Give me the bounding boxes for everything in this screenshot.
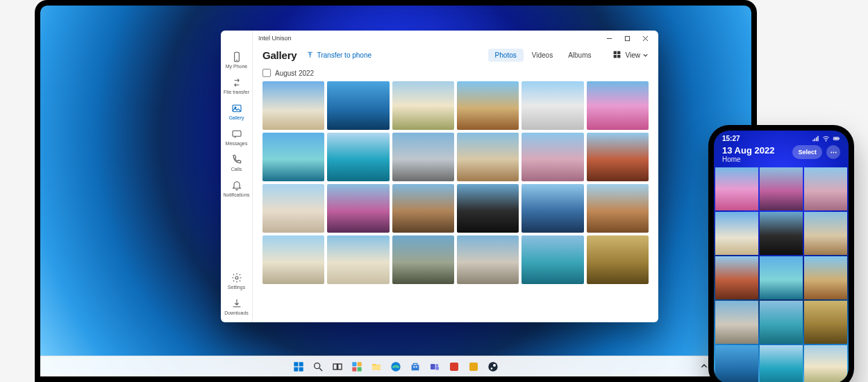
phone-photo-thumbnail[interactable]	[715, 212, 758, 255]
maximize-button[interactable]	[618, 31, 636, 46]
calls-icon	[231, 154, 242, 165]
photo-thumbnail[interactable]	[262, 184, 324, 233]
photo-thumbnail[interactable]	[587, 235, 649, 284]
photo-thumbnail[interactable]	[457, 235, 519, 284]
phone-clock: 15:27	[722, 135, 740, 142]
phone-photo-thumbnail[interactable]	[804, 212, 847, 255]
photo-thumbnail[interactable]	[262, 235, 324, 284]
nav-messages[interactable]: Messages	[223, 126, 251, 149]
photo-thumbnail[interactable]	[521, 81, 583, 130]
tray-overflow[interactable]	[700, 362, 708, 372]
photo-thumbnail[interactable]	[392, 133, 454, 181]
phone-photo-thumbnail[interactable]	[804, 256, 847, 299]
phone-photo-thumbnail[interactable]	[760, 212, 803, 255]
transfer-icon	[231, 77, 242, 88]
gallery-header: Gallery Transfer to phone Photos Videos …	[253, 46, 658, 67]
nav-gallery[interactable]: Gallery	[223, 100, 251, 123]
nav-settings[interactable]: Settings	[223, 269, 251, 292]
tab-label: Albums	[568, 51, 591, 59]
titlebar[interactable]: Intel Unison	[253, 31, 658, 46]
explorer-button[interactable]	[370, 360, 383, 373]
phone-photo-thumbnail[interactable]	[760, 167, 803, 210]
photo-thumbnail[interactable]	[521, 235, 583, 284]
photo-thumbnail[interactable]	[327, 235, 389, 284]
store-button[interactable]	[409, 360, 422, 373]
svg-rect-4	[233, 131, 241, 136]
photo-thumbnail[interactable]	[457, 184, 519, 233]
nav-notifications[interactable]: Notifications	[223, 177, 251, 200]
transfer-to-phone-link[interactable]: Transfer to phone	[306, 51, 372, 59]
phone-photo-thumbnail[interactable]	[760, 345, 803, 382]
widgets-button[interactable]	[351, 360, 363, 373]
tab-albums[interactable]: Albums	[561, 49, 598, 62]
nav-my-phone[interactable]: My Phone	[223, 49, 251, 72]
gallery-tabs: Photos Videos Albums View	[488, 49, 649, 62]
task-view-button[interactable]	[331, 360, 344, 373]
phone-photo-thumbnail[interactable]	[760, 301, 803, 344]
photo-thumbnail[interactable]	[587, 81, 649, 130]
photo-thumbnail[interactable]	[457, 133, 519, 181]
phone-select-button[interactable]: Select	[792, 145, 822, 159]
svg-rect-42	[834, 138, 838, 140]
phone-photo-thumbnail[interactable]	[715, 256, 758, 299]
photo-thumbnail[interactable]	[521, 133, 583, 181]
svg-rect-33	[435, 367, 439, 370]
start-button[interactable]	[292, 360, 305, 373]
grid-view-icon[interactable]	[612, 50, 621, 60]
phone-photo-thumbnail[interactable]	[804, 301, 847, 344]
nav-label: Gallery	[228, 115, 244, 120]
photo-thumbnail[interactable]	[392, 81, 454, 130]
svg-rect-15	[294, 362, 298, 366]
svg-point-45	[833, 151, 834, 153]
nav-label: Settings	[228, 285, 245, 290]
laptop-frame: My Phone File transfer Gallery Messages …	[35, 0, 757, 382]
search-icon	[312, 361, 324, 372]
nav-label: Notifications	[223, 192, 249, 197]
nav-label: Messages	[226, 141, 248, 146]
steam-button[interactable]	[487, 360, 499, 373]
photo-thumbnail[interactable]	[457, 81, 519, 130]
phone-more-button[interactable]	[826, 145, 840, 159]
intel-unison-window: My Phone File transfer Gallery Messages …	[221, 31, 658, 322]
phone-statusbar: 15:27	[714, 131, 849, 144]
phone-photo-thumbnail[interactable]	[804, 345, 847, 382]
store-icon	[410, 361, 421, 372]
photo-thumbnail[interactable]	[587, 184, 649, 233]
view-dropdown[interactable]: View	[626, 51, 649, 59]
nav-downloads[interactable]: Downloads	[223, 295, 251, 318]
nav-label: Downloads	[224, 310, 249, 315]
app-red-button[interactable]	[448, 360, 460, 373]
phone-photo-thumbnail[interactable]	[804, 167, 847, 210]
photo-thumbnail[interactable]	[587, 133, 649, 181]
tab-videos[interactable]: Videos	[525, 49, 560, 62]
svg-rect-13	[613, 55, 616, 58]
phone-album-name: Home	[722, 156, 774, 163]
tab-photos[interactable]: Photos	[488, 49, 524, 62]
nav-calls[interactable]: Calls	[223, 151, 251, 174]
phone-photo-thumbnail[interactable]	[715, 167, 758, 210]
app-yellow-button[interactable]	[467, 360, 480, 373]
close-button[interactable]	[636, 31, 654, 46]
start-icon	[293, 361, 304, 372]
phone-photo-thumbnail[interactable]	[715, 301, 758, 344]
minimize-button[interactable]	[600, 31, 618, 46]
nav-file-transfer[interactable]: File transfer	[223, 74, 251, 97]
teams-button[interactable]	[428, 360, 441, 373]
photo-thumbnail[interactable]	[392, 235, 454, 284]
photo-thumbnail[interactable]	[327, 184, 389, 233]
photo-thumbnail[interactable]	[262, 133, 324, 181]
phone-photo-thumbnail[interactable]	[715, 345, 758, 382]
phone-photo-thumbnail[interactable]	[760, 256, 803, 299]
settings-icon	[231, 272, 242, 283]
phone-select-label: Select	[798, 149, 817, 156]
photo-thumbnail[interactable]	[392, 184, 454, 233]
photo-thumbnail[interactable]	[521, 184, 583, 233]
more-icon	[830, 149, 837, 156]
photo-thumbnail[interactable]	[327, 81, 389, 130]
svg-rect-29	[413, 366, 415, 367]
edge-button[interactable]	[390, 360, 402, 373]
photo-thumbnail[interactable]	[262, 81, 324, 130]
select-month-checkbox[interactable]	[262, 69, 271, 77]
photo-thumbnail[interactable]	[327, 133, 389, 181]
search-button[interactable]	[312, 360, 324, 373]
